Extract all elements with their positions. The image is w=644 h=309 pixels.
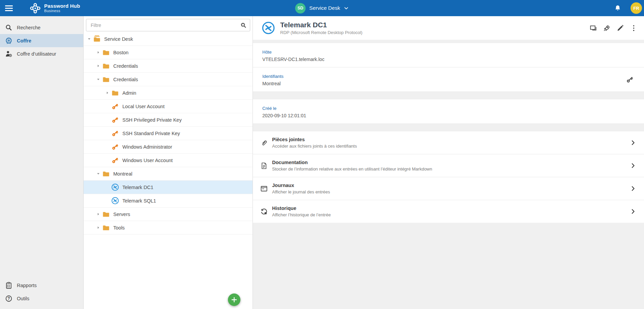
field-value: VTELESRV-DC1.telemark.loc [262, 57, 635, 62]
vault-tree-panel: Service Desk Boston Credentials Credenti… [84, 16, 253, 309]
more-options-button[interactable] [629, 24, 638, 32]
tree-node-local-user-account[interactable]: Local User Account [84, 100, 253, 113]
sidebar-item-coffre[interactable]: Coffre [0, 34, 83, 47]
document-icon [260, 162, 268, 170]
sidebar-item-recherche[interactable]: Recherche [0, 21, 83, 34]
tree-node-label: Montreal [113, 171, 132, 177]
connection-fields-card: Hôte VTELESRV-DC1.telemark.loc Identifia… [253, 43, 644, 91]
key-icon [111, 116, 119, 124]
collapse-arrow-icon[interactable] [95, 78, 101, 81]
entry-sections-card: Pièces jointes Accéder aux fichiers join… [253, 131, 644, 223]
vault-selector-dropdown[interactable]: SD Service Desk [295, 3, 349, 13]
tree-node-admin[interactable]: Admin [84, 86, 253, 100]
tree-node-windows-user-account[interactable]: Windows User Account [84, 154, 253, 167]
section-description: Afficher le journal des entrées [272, 189, 330, 194]
expand-arrow-icon[interactable] [95, 51, 101, 54]
folder-icon [102, 75, 110, 83]
folder-icon [102, 210, 110, 218]
add-entry-button[interactable] [228, 293, 240, 306]
entry-toolbar [589, 24, 638, 32]
search-icon [5, 24, 12, 31]
tree-node-telemark-dc1[interactable]: Telemark DC1 [84, 181, 253, 194]
tree-node-ssh-privileged-private-key[interactable]: SSH Privileged Private Key [84, 113, 253, 127]
section-attachments[interactable]: Pièces jointes Accéder aux fichiers join… [253, 131, 644, 154]
password-hub-app: Password Hub Business SD Service Desk FR… [0, 0, 644, 309]
created-card: Créé le 2020-09-10 12:01:01 [253, 99, 644, 123]
collapse-arrow-icon[interactable] [95, 172, 101, 176]
team-avatar: SD [295, 3, 305, 13]
plus-icon [231, 296, 238, 303]
tree-node-label: Service Desk [104, 36, 133, 42]
vault-tree: Service Desk Boston Credentials Credenti… [84, 32, 253, 309]
section-description: Afficher l’historique de l’entrée [272, 212, 331, 217]
nav-sidebar: Recherche Coffre Coffre d’utilisateur Ra… [0, 16, 84, 309]
launch-button[interactable] [602, 24, 611, 32]
entry-header: Telemark DC1 RDP (Microsoft Remote Deskt… [253, 16, 644, 40]
section-documentation[interactable]: Documentation Stocker de l’information r… [253, 154, 644, 177]
tree-node-service-desk[interactable]: Service Desk [84, 32, 253, 46]
tree-node-ssh-standard-private-key[interactable]: SSH Standard Private Key [84, 127, 253, 140]
section-history[interactable]: Historique Afficher l’historique de l’en… [253, 200, 644, 223]
key-icon [111, 143, 119, 151]
notifications-bell-icon[interactable] [614, 4, 621, 12]
tree-node-label: Admin [122, 90, 136, 96]
remote-screen-icon [589, 24, 597, 32]
tree-node-boston[interactable]: Boston [84, 46, 253, 59]
tree-node-label: Credentials [113, 77, 138, 82]
tree-node-label: Windows User Account [122, 158, 173, 163]
vault-icon [5, 37, 12, 44]
tree-node-montreal[interactable]: Montreal [84, 167, 253, 181]
password-hub-logo-icon [30, 3, 41, 14]
sidebar-item-coffre-utilisateur[interactable]: Coffre d’utilisateur [0, 47, 83, 60]
entry-detail-panel: Telemark DC1 RDP (Microsoft Remote Deskt… [253, 16, 644, 309]
tree-node-label: SSH Standard Private Key [122, 131, 180, 136]
field-value: 2020-09-10 12:01:01 [262, 113, 635, 118]
expand-arrow-icon[interactable] [95, 212, 101, 216]
folder-icon [102, 62, 110, 70]
tree-node-label: Tools [113, 225, 125, 230]
team-name: Service Desk [309, 5, 340, 11]
sidebar-item-rapports[interactable]: Rapports [0, 279, 83, 292]
section-logs[interactable]: Journaux Afficher le journal des entrées [253, 177, 644, 200]
tree-node-tools[interactable]: Tools [84, 221, 253, 235]
sidebar-item-outils[interactable]: Outils [0, 292, 83, 305]
entry-subtitle: RDP (Microsoft Remote Desktop Protocol) [280, 30, 362, 35]
edit-entry-button[interactable] [616, 24, 624, 32]
tree-node-servers[interactable]: Servers [84, 208, 253, 221]
tree-node-label: Boston [113, 50, 128, 55]
rdp-entry-icon [262, 21, 275, 35]
section-title: Pièces jointes [272, 137, 357, 142]
field-host: Hôte VTELESRV-DC1.telemark.loc [253, 43, 644, 67]
hamburger-menu-button[interactable] [5, 5, 13, 11]
tree-node-label: Credentials [113, 63, 138, 69]
expand-arrow-icon[interactable] [95, 64, 101, 68]
tree-node-credentials-1[interactable]: Credentials [84, 59, 253, 73]
logo-title: Password Hub [44, 3, 80, 9]
expand-arrow-icon[interactable] [105, 91, 110, 95]
entry-title: Telemark DC1 [280, 21, 362, 29]
tree-node-label: Telemark SQL1 [122, 198, 156, 204]
tree-node-telemark-sql1[interactable]: Telemark SQL1 [84, 194, 253, 208]
tree-filter-box [86, 19, 250, 31]
logo-subtitle: Business [44, 9, 80, 13]
field-label: Identifiants [262, 74, 635, 79]
top-bar: Password Hub Business SD Service Desk FR [0, 0, 644, 16]
folder-icon [102, 170, 110, 178]
root-folder-icon [93, 35, 101, 43]
field-credentials: Identifiants Montreal [253, 67, 644, 91]
gear-search-icon[interactable] [240, 22, 247, 29]
section-description: Stocker de l’information relative aux en… [272, 166, 432, 172]
tree-node-credentials-2[interactable]: Credentials [84, 73, 253, 86]
pencil-icon [616, 24, 624, 32]
key-icon [111, 129, 119, 137]
expand-arrow-icon[interactable] [95, 226, 101, 229]
collapse-arrow-icon[interactable] [86, 37, 92, 41]
user-vault-icon [5, 50, 12, 58]
key-icon[interactable] [626, 75, 634, 84]
open-remote-session-button[interactable] [589, 24, 597, 32]
tree-node-windows-administrator[interactable]: Windows Administrator [84, 140, 253, 154]
chevron-right-icon [630, 162, 637, 169]
filter-input[interactable] [90, 22, 240, 28]
tree-node-label: Local User Account [122, 104, 165, 109]
user-avatar[interactable]: FR [631, 2, 642, 14]
